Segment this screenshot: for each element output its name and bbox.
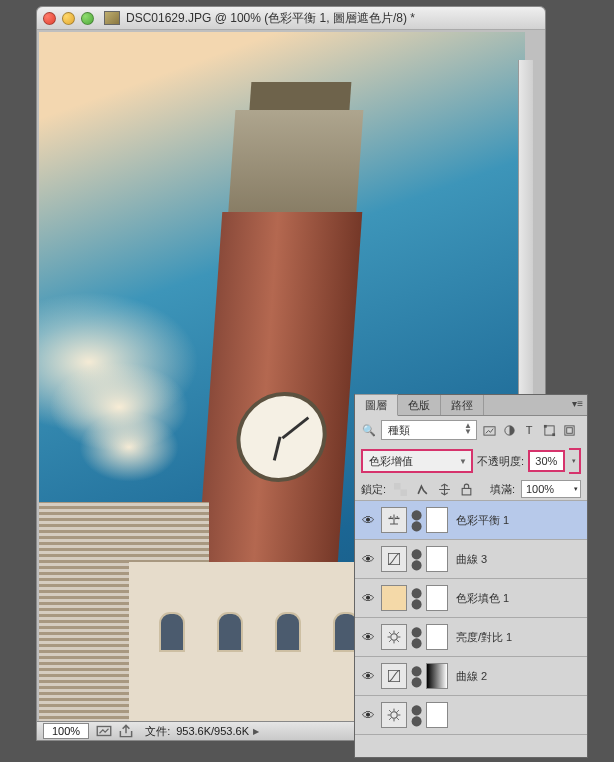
kind-select[interactable]: 種類 ▲▼: [381, 420, 477, 440]
layers-panel: 圖層 色版 路徑 ▾≡ 🔍 種類 ▲▼ T 色彩增值 ▼ 不透明度: 30% ▾…: [354, 394, 588, 758]
mask-thumb[interactable]: [426, 663, 448, 689]
lock-pixels-icon[interactable]: [414, 481, 430, 497]
minimize-icon[interactable]: [62, 12, 75, 25]
balance-icon: [381, 507, 407, 533]
brightness-icon: [381, 624, 407, 650]
opacity-input[interactable]: 30%: [528, 450, 565, 472]
kind-label: 種類: [388, 423, 410, 438]
svg-point-11: [388, 518, 390, 520]
fill-input[interactable]: 100% ▾: [521, 480, 581, 498]
svg-point-12: [392, 518, 394, 520]
svg-rect-5: [552, 433, 555, 436]
layer-item-curves-3[interactable]: 👁 ⬤⬤ 曲線 3: [355, 540, 587, 579]
layer-name: 曲線 2: [456, 669, 487, 684]
filter-adjustment-icon[interactable]: [501, 422, 517, 438]
colorfill-icon: [381, 585, 407, 611]
lock-position-icon[interactable]: [436, 481, 452, 497]
window-title: DSC01629.JPG @ 100% (色彩平衡 1, 圖層遮色片/8) *: [126, 10, 415, 27]
visibility-icon[interactable]: 👁: [359, 669, 377, 684]
layer-name: 色彩平衡 1: [456, 513, 509, 528]
svg-rect-8: [394, 483, 401, 490]
visibility-icon[interactable]: 👁: [359, 513, 377, 528]
layer-list: 👁 ⬤⬤ 色彩平衡 1 👁 ⬤⬤ 曲線 3 👁 ⬤⬤ 色彩填色 1 👁 ⬤⬤ 亮…: [355, 501, 587, 735]
maximize-icon[interactable]: [81, 12, 94, 25]
svg-point-14: [398, 518, 400, 520]
filter-shape-icon[interactable]: [541, 422, 557, 438]
filter-pixel-icon[interactable]: [481, 422, 497, 438]
link-icon[interactable]: ⬤⬤: [411, 665, 422, 687]
visibility-icon[interactable]: 👁: [359, 591, 377, 606]
svg-rect-10: [462, 488, 471, 495]
filter-smartobject-icon[interactable]: [561, 422, 577, 438]
curves-icon: [381, 546, 407, 572]
visibility-icon[interactable]: 👁: [359, 552, 377, 567]
link-icon[interactable]: ⬤⬤: [411, 704, 422, 726]
filter-type-icon[interactable]: T: [521, 422, 537, 438]
brightness-icon: [381, 702, 407, 728]
opacity-stepper[interactable]: ▾: [569, 448, 581, 474]
chevron-updown-icon: ▲▼: [464, 423, 472, 435]
visibility-icon[interactable]: 👁: [359, 708, 377, 723]
titlebar[interactable]: DSC01629.JPG @ 100% (色彩平衡 1, 圖層遮色片/8) *: [37, 7, 545, 30]
mask-thumb[interactable]: [426, 546, 448, 572]
svg-rect-4: [543, 424, 546, 427]
svg-rect-7: [566, 427, 572, 433]
document-icon: [104, 11, 120, 25]
chevron-down-icon: ▼: [459, 457, 467, 466]
opacity-label: 不透明度:: [477, 454, 524, 469]
tab-layers[interactable]: 圖層: [355, 394, 398, 416]
fill-value: 100%: [526, 483, 554, 495]
cloud-shape: [49, 362, 189, 452]
svg-point-18: [391, 712, 397, 718]
fill-label: 填滿:: [490, 482, 515, 497]
chevron-right-icon[interactable]: ▶: [253, 727, 259, 736]
tab-paths[interactable]: 路徑: [441, 395, 484, 415]
layer-item-color-balance[interactable]: 👁 ⬤⬤ 色彩平衡 1: [355, 501, 587, 540]
mask-thumb[interactable]: [426, 585, 448, 611]
tab-channels[interactable]: 色版: [398, 395, 441, 415]
layer-name: 色彩填色 1: [456, 591, 509, 606]
file-stats: 953.6K/953.6K: [176, 725, 249, 737]
svg-rect-9: [400, 489, 407, 496]
panel-tabs: 圖層 色版 路徑 ▾≡: [355, 395, 587, 416]
layer-name: 曲線 3: [456, 552, 487, 567]
panel-menu-icon[interactable]: ▾≡: [572, 398, 583, 409]
file-label: 文件:: [145, 724, 170, 739]
close-icon[interactable]: [43, 12, 56, 25]
chevron-down-icon: ▾: [574, 485, 578, 493]
svg-point-13: [395, 518, 397, 520]
mask-thumb[interactable]: [426, 624, 448, 650]
zoom-input[interactable]: 100%: [43, 723, 89, 739]
layer-item-partial[interactable]: 👁 ⬤⬤: [355, 696, 587, 735]
window-controls: [43, 12, 94, 25]
lock-all-icon[interactable]: [458, 481, 474, 497]
layer-item-brightness[interactable]: 👁 ⬤⬤ 亮度/對比 1: [355, 618, 587, 657]
link-icon[interactable]: ⬤⬤: [411, 509, 422, 531]
mask-thumb[interactable]: [426, 507, 448, 533]
search-icon: 🔍: [361, 422, 377, 438]
lock-label: 鎖定:: [361, 482, 386, 497]
filter-row: 🔍 種類 ▲▼ T: [355, 416, 587, 444]
blend-mode-value: 色彩增值: [369, 454, 413, 469]
mask-thumb[interactable]: [426, 702, 448, 728]
layer-item-curves-2[interactable]: 👁 ⬤⬤ 曲線 2: [355, 657, 587, 696]
layer-item-color-fill[interactable]: 👁 ⬤⬤ 色彩填色 1: [355, 579, 587, 618]
link-icon[interactable]: ⬤⬤: [411, 548, 422, 570]
blend-opacity-row: 色彩增值 ▼ 不透明度: 30% ▾: [355, 444, 587, 478]
curves-icon: [381, 663, 407, 689]
link-icon[interactable]: ⬤⬤: [411, 626, 422, 648]
preview-icon[interactable]: [95, 724, 113, 738]
layer-name: 亮度/對比 1: [456, 630, 512, 645]
export-icon[interactable]: [117, 724, 135, 738]
visibility-icon[interactable]: 👁: [359, 630, 377, 645]
link-icon[interactable]: ⬤⬤: [411, 587, 422, 609]
lock-transparent-icon[interactable]: [392, 481, 408, 497]
blend-mode-select[interactable]: 色彩增值 ▼: [361, 449, 473, 473]
svg-point-16: [391, 634, 397, 640]
lock-row: 鎖定: 填滿: 100% ▾: [355, 478, 587, 501]
